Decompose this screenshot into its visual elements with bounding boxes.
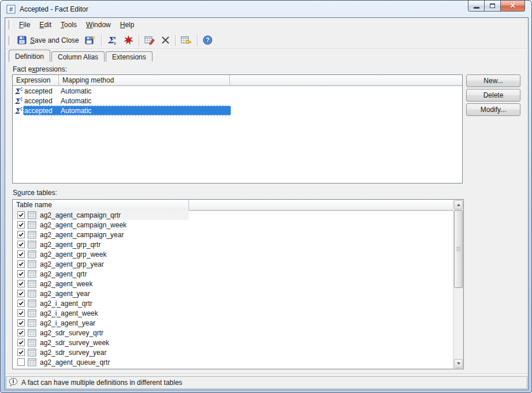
fact-expression-row[interactable]: Σ accepted Automatic xyxy=(13,96,462,106)
tab-column-alias[interactable]: Column Alias xyxy=(51,51,105,62)
table-icon xyxy=(28,250,36,259)
table-checkbox[interactable] xyxy=(17,241,25,248)
table-key-button[interactable] xyxy=(178,33,195,47)
status-text: A fact can have multiple definitions in … xyxy=(21,379,183,387)
table-icon xyxy=(28,349,36,357)
table-icon xyxy=(28,270,36,278)
delete-button[interactable]: Delete xyxy=(466,89,520,102)
column-header[interactable]: Mapping method xyxy=(59,75,230,85)
source-table-row[interactable]: ag2_agent_week xyxy=(13,279,463,289)
table-icon xyxy=(28,241,36,249)
mapping-method-cell: Automatic xyxy=(61,107,231,115)
table-icon xyxy=(28,221,36,229)
close-button[interactable]: ✕ xyxy=(500,1,525,12)
table-checkbox[interactable] xyxy=(17,309,25,317)
column-header[interactable]: Expression xyxy=(13,75,59,85)
source-table-row[interactable]: ag2_sdr_survey_qrtr xyxy=(13,328,463,338)
fact-expression-row[interactable]: Σ accepted Automatic xyxy=(13,86,462,96)
table-icon xyxy=(28,309,36,317)
table-icon xyxy=(28,290,36,298)
table-checkbox[interactable] xyxy=(17,250,25,258)
help-icon: ? xyxy=(203,35,213,45)
menu-item-help[interactable]: Help xyxy=(116,18,139,31)
table-name: ag2_agent_grp_year xyxy=(40,260,104,268)
source-table-row[interactable]: ag2_agent_campaign_year xyxy=(13,230,463,239)
help-button[interactable]: ? xyxy=(200,33,215,47)
table-checkbox[interactable] xyxy=(17,329,25,336)
source-table-row[interactable]: ag2_sdr_survey_year xyxy=(13,347,463,357)
tab-definition[interactable]: Definition xyxy=(9,50,50,62)
menu-item-window[interactable]: Window xyxy=(81,18,116,31)
source-tables-header: Table name xyxy=(13,200,463,211)
menu-item-edit[interactable]: Edit xyxy=(35,18,56,31)
column-header[interactable]: Table name xyxy=(13,200,189,210)
table-icon xyxy=(28,329,36,337)
table-checkbox[interactable] xyxy=(17,290,25,297)
save-and-close-button[interactable]: Save and Close xyxy=(14,33,82,47)
minimize-icon xyxy=(474,7,479,9)
fact-expression-row[interactable]: Σ accepted Automatic xyxy=(13,106,462,115)
expression-sigma-button[interactable]: Σxy xyxy=(104,33,121,47)
scroll-up-button[interactable] xyxy=(454,200,463,209)
table-checkbox[interactable] xyxy=(17,358,25,366)
mapping-method-cell: Automatic xyxy=(61,97,231,105)
table-checkbox[interactable] xyxy=(17,270,25,278)
sigma-expression-icon: Σ xyxy=(14,106,23,115)
validate-button[interactable] xyxy=(121,33,136,47)
menubar-grip[interactable] xyxy=(9,20,11,29)
table-checkbox[interactable] xyxy=(17,339,25,346)
minimize-button[interactable] xyxy=(468,1,485,12)
tab-extensions[interactable]: Extensions xyxy=(106,51,152,62)
source-table-row[interactable]: ag2_sdr_survey_week xyxy=(13,338,463,347)
expression-cell: accepted xyxy=(24,97,61,105)
svg-text:Σ: Σ xyxy=(14,107,21,115)
hint-balloon-icon: i xyxy=(9,377,18,388)
validate-icon xyxy=(124,35,133,45)
svg-text:i: i xyxy=(12,379,14,384)
table-checkbox[interactable] xyxy=(17,260,25,268)
svg-text:#: # xyxy=(9,6,13,13)
modify-button[interactable]: Modify... xyxy=(466,103,520,116)
delete-expression-button[interactable] xyxy=(158,33,173,47)
window-controls: ✕ xyxy=(468,1,525,12)
scroll-down-button[interactable] xyxy=(454,359,463,368)
toolbar-separator xyxy=(175,35,176,46)
maximize-button[interactable] xyxy=(484,1,501,12)
table-name: ag2_agent_campaign_qrtr xyxy=(40,211,121,219)
table-checkbox[interactable] xyxy=(17,231,25,238)
window-title: Accepted - Fact Editor xyxy=(20,5,88,13)
table-checkbox[interactable] xyxy=(17,211,25,219)
table-checkbox[interactable] xyxy=(17,280,25,287)
table-checkbox[interactable] xyxy=(17,221,25,229)
edit-table-button[interactable] xyxy=(142,33,158,47)
source-table-row[interactable]: ag2_agent_grp_week xyxy=(13,249,463,259)
table-checkbox[interactable] xyxy=(17,300,25,307)
source-table-row[interactable]: ag2_agent_grp_qrtr xyxy=(13,239,463,249)
source-table-row[interactable]: ag2_agent_campaign_qrtr xyxy=(13,210,463,220)
source-table-row[interactable]: ag2_agent_qrtr xyxy=(13,269,463,279)
menu-bar: FileEditToolsWindowHelp xyxy=(5,18,528,32)
menu-item-tools[interactable]: Tools xyxy=(56,18,81,31)
tab-strip: DefinitionColumn AliasExtensions xyxy=(9,50,154,62)
source-table-row[interactable]: ag2_i_agent_qrtr xyxy=(13,298,463,308)
source-table-row[interactable]: ag2_i_agent_week xyxy=(13,308,463,318)
table-name: ag2_agent_week xyxy=(40,280,92,288)
source-table-row[interactable]: ag2_i_agent_year xyxy=(13,318,463,328)
source-table-row[interactable]: ag2_agent_queue_qrtr xyxy=(13,357,463,367)
table-checkbox[interactable] xyxy=(17,349,25,356)
save-as-button[interactable] xyxy=(82,33,99,47)
menu-item-file[interactable]: File xyxy=(14,18,35,31)
source-table-row[interactable]: ag2_agent_year xyxy=(13,289,463,298)
expression-cell: accepted xyxy=(24,107,61,115)
maximize-icon xyxy=(490,3,495,8)
source-table-row[interactable]: ag2_agent_campaign_week xyxy=(13,220,463,230)
toolbar: Save and Close Σxy xyxy=(5,32,528,49)
table-checkbox[interactable] xyxy=(17,319,25,327)
source-table-row[interactable]: ag2_agent_grp_year xyxy=(13,259,463,269)
svg-text:Σ: Σ xyxy=(14,87,21,96)
vertical-scrollbar[interactable] xyxy=(453,200,463,369)
title-bar[interactable]: # Accepted - Fact Editor xyxy=(1,1,531,17)
scrollbar-thumb[interactable] xyxy=(454,210,463,288)
toolbar-grip[interactable] xyxy=(9,36,11,45)
new-button[interactable]: New... xyxy=(466,74,520,87)
